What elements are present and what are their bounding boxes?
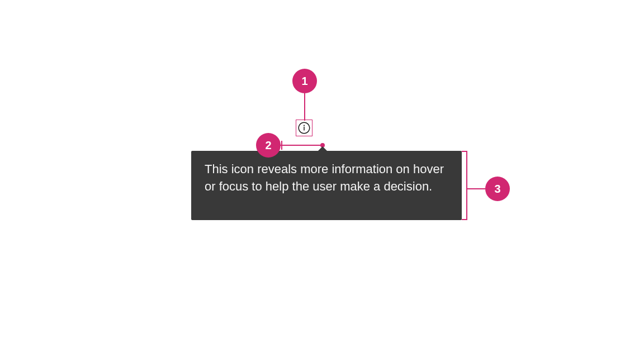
brace-3-bottom-cap — [462, 219, 467, 220]
brace-3-vertical — [466, 151, 467, 220]
info-icon[interactable] — [297, 121, 311, 135]
annotation-badge-2: 2 — [256, 133, 281, 158]
diagram-stage: This icon reveals more information on ho… — [0, 0, 644, 362]
svg-rect-0 — [304, 127, 305, 131]
connector-1 — [304, 93, 305, 121]
svg-point-1 — [304, 125, 305, 126]
connector-2-tick — [281, 141, 282, 150]
brace-3-top-cap — [462, 151, 467, 152]
tooltip-caret — [318, 146, 327, 151]
connector-2 — [281, 145, 323, 146]
annotation-badge-1: 1 — [292, 69, 317, 93]
tooltip-container: This icon reveals more information on ho… — [191, 151, 462, 220]
brace-3-stem — [467, 188, 485, 189]
annotation-badge-3: 3 — [485, 177, 510, 201]
tooltip-text: This icon reveals more information on ho… — [205, 162, 444, 193]
